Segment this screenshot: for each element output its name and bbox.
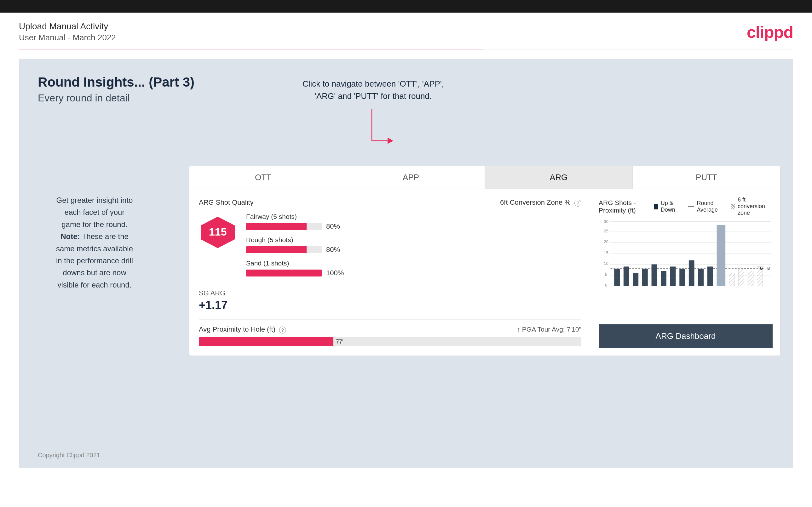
left-panel: ARG Shot Quality 6ft Conversion Zone % ?… (189, 189, 591, 355)
prox-bar-fill (199, 337, 333, 346)
legend-check-icon (731, 204, 735, 210)
tab-ott[interactable]: OTT (189, 166, 337, 189)
fairway-bar-fill (246, 223, 307, 230)
svg-text:5: 5 (605, 272, 607, 277)
header: Upload Manual Activity User Manual - Mar… (0, 13, 812, 49)
rough-bar-track (246, 246, 322, 253)
hex-score-shape: 115 (199, 216, 237, 249)
svg-rect-37 (748, 271, 753, 286)
rough-pct: 80% (326, 246, 340, 254)
svg-text:25: 25 (604, 229, 608, 233)
help-icon[interactable]: ? (574, 200, 581, 207)
fairway-label: Fairway (5 shots) (246, 213, 581, 220)
tab-app[interactable]: APP (337, 166, 485, 189)
prox-cursor (333, 336, 334, 347)
proximity-section: Avg Proximity to Hole (ft) ? ↑ PGA Tour … (199, 319, 581, 346)
svg-rect-28 (670, 267, 676, 286)
tab-arg[interactable]: ARG (485, 166, 633, 189)
legend-conversion: 6 ft conversion zone (731, 196, 773, 216)
rough-bar-row: 80% (246, 246, 581, 254)
sg-arg-label: SG ARG (199, 289, 581, 297)
prox-bar-value: 77' (334, 339, 343, 345)
svg-text:10: 10 (604, 261, 608, 266)
svg-rect-29 (679, 269, 685, 286)
chart-svg: 0 5 10 15 20 25 30 (599, 220, 773, 289)
arg-shot-quality-label: ARG Shot Quality (199, 199, 254, 207)
svg-rect-32 (707, 267, 713, 286)
panel-row-header: ARG Shot Quality 6ft Conversion Zone % ? (199, 199, 581, 207)
tabs-row: OTT APP ARG PUTT (189, 166, 780, 189)
svg-text:30: 30 (604, 220, 608, 224)
svg-text:115: 115 (209, 226, 227, 238)
upload-manual-label: Upload Manual Activity (19, 21, 116, 32)
conversion-zone-label: 6ft Conversion Zone % ? (500, 199, 581, 207)
right-panel: ARG Shots - Proximity (ft) Up & Down Rou… (591, 189, 780, 355)
svg-rect-22 (614, 269, 620, 286)
prox-label: Avg Proximity to Hole (ft) ? (199, 325, 286, 334)
legend-dashed-icon (688, 206, 695, 207)
svg-rect-38 (757, 267, 763, 286)
main-area: Round Insights... (Part 3) Every round i… (19, 59, 793, 468)
legend-sq-icon (654, 204, 658, 210)
nav-instruction: Click to navigate between 'OTT', 'APP', … (303, 78, 444, 102)
sand-bar-fill (246, 270, 322, 277)
svg-text:8: 8 (767, 266, 770, 271)
chart-area: 0 5 10 15 20 25 30 (599, 220, 773, 319)
svg-rect-25 (642, 269, 648, 286)
prox-bar-track: 77' (199, 337, 581, 346)
panel-body: ARG Shot Quality 6ft Conversion Zone % ?… (189, 189, 780, 355)
arrow-annotation (359, 109, 397, 161)
arg-dashboard-button[interactable]: ARG Dashboard (599, 324, 773, 348)
left-description: Get greater insight into each facet of y… (38, 194, 151, 291)
top-bar (0, 0, 812, 13)
svg-rect-27 (661, 271, 666, 286)
fairway-pct: 80% (326, 222, 340, 230)
svg-rect-33 (717, 225, 726, 286)
svg-text:0: 0 (605, 283, 607, 288)
svg-rect-35 (729, 273, 735, 286)
chart-bars (614, 225, 725, 286)
shot-row-sand: Sand (1 shots) 100% (246, 260, 581, 277)
svg-rect-23 (623, 267, 629, 286)
legend-round-avg: Round Average (688, 200, 724, 213)
hex-container: 115 Fairway (5 shots) 80% (199, 213, 581, 283)
sand-bar-row: 100% (246, 269, 581, 277)
svg-text:15: 15 (604, 250, 608, 255)
header-left: Upload Manual Activity User Manual - Mar… (19, 21, 116, 43)
rough-bar-fill (246, 246, 307, 253)
tab-putt[interactable]: PUTT (633, 166, 780, 189)
dashboard-panel: OTT APP ARG PUTT ARG Shot Quality 6ft Co… (189, 166, 780, 356)
svg-text:20: 20 (604, 240, 608, 244)
svg-rect-31 (698, 269, 704, 286)
chart-title: ARG Shots - Proximity (ft) (599, 199, 654, 214)
chart-legend: Up & Down Round Average 6 ft conversion … (654, 196, 773, 216)
fairway-bar-track (246, 223, 322, 230)
prox-help-icon[interactable]: ? (279, 327, 286, 334)
clippd-logo: clippd (747, 23, 793, 42)
svg-rect-24 (633, 273, 639, 286)
sg-arg-value: +1.17 (199, 298, 581, 312)
footer-copyright: Copyright Clippd 2021 (38, 452, 100, 459)
sand-pct: 100% (326, 269, 344, 277)
shot-row-fairway: Fairway (5 shots) 80% (246, 213, 581, 230)
prox-header: Avg Proximity to Hole (ft) ? ↑ PGA Tour … (199, 325, 581, 334)
shot-row-rough: Rough (5 shots) 80% (246, 236, 581, 254)
legend-up-down: Up & Down (654, 200, 680, 213)
user-manual-label: User Manual - March 2022 (19, 33, 116, 43)
pga-avg-label: ↑ PGA Tour Avg: 7'10" (517, 326, 581, 333)
sand-label: Sand (1 shots) (246, 260, 581, 267)
header-divider (19, 49, 793, 49)
sand-bar-track (246, 270, 322, 277)
rough-label: Rough (5 shots) (246, 236, 581, 244)
svg-rect-30 (689, 261, 695, 286)
shot-bars: Fairway (5 shots) 80% Rough (5 shots) (246, 213, 581, 283)
svg-rect-36 (739, 269, 744, 286)
svg-marker-2 (388, 137, 393, 144)
svg-rect-26 (652, 265, 657, 286)
sg-arg-section: SG ARG +1.17 (199, 289, 581, 312)
fairway-bar-row: 80% (246, 222, 581, 230)
chart-header: ARG Shots - Proximity (ft) Up & Down Rou… (599, 196, 773, 216)
